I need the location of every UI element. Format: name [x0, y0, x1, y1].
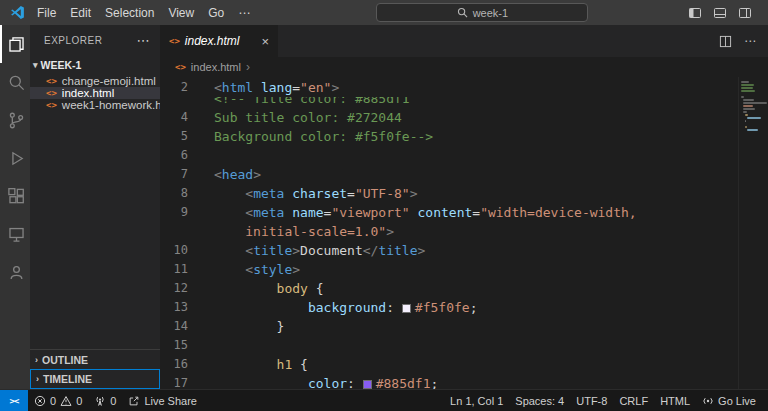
code-line[interactable]: 11<style> [160, 260, 738, 279]
code-line[interactable]: 9<meta name="viewport" content="width=de… [160, 203, 738, 222]
menu-selection[interactable]: Selection [98, 6, 161, 20]
minimap-line [745, 120, 746, 122]
menu-view[interactable]: View [161, 6, 201, 20]
ports-status[interactable]: 0 [88, 390, 122, 411]
line-content: <html lang="en"> [204, 78, 339, 97]
file-item-index.html[interactable]: <>index.html [30, 87, 160, 99]
menu-more[interactable]: ⋯ [231, 6, 257, 20]
breadcrumbs[interactable]: <> index.html › [160, 57, 768, 77]
line-number: 9 [160, 203, 204, 222]
cursor-position[interactable]: Ln 1, Col 1 [444, 390, 509, 411]
token [253, 80, 261, 95]
activity-item-extensions[interactable] [0, 177, 30, 215]
line-content: <style> [204, 260, 300, 279]
menu-go[interactable]: Go [201, 6, 231, 20]
editor-more-actions-icon[interactable]: ⋯ [744, 34, 756, 48]
code-line[interactable]: 15 [160, 336, 738, 355]
minimap[interactable] [738, 77, 768, 389]
title-bar: FileEditSelectionViewGo⋯ week-1 [0, 0, 768, 25]
token: > [386, 224, 394, 239]
code-line[interactable]: 14} [160, 317, 738, 336]
go-live-button[interactable]: Go Live [696, 390, 762, 411]
token: > [410, 186, 418, 201]
code-line[interactable]: 8<meta charset="UTF-8"> [160, 184, 738, 203]
color-swatch[interactable] [402, 304, 411, 313]
color-swatch[interactable] [363, 380, 372, 389]
file-item-change-emoji.html[interactable]: <>change-emoji.html [30, 75, 160, 87]
activity-item-remote-explorer[interactable] [0, 215, 30, 253]
code-line[interactable]: 13background: #f5f0fe; [160, 298, 738, 317]
token: > [418, 243, 426, 258]
panel-timeline[interactable]: ›TIMELINE [30, 369, 160, 389]
chevron-right-icon: › [36, 374, 39, 384]
code-line[interactable]: 10<title>Document</title> [160, 241, 738, 260]
file-list: <>change-emoji.html<>index.html<>week1-h… [30, 75, 160, 111]
token: : [386, 300, 402, 315]
activity-item-explorer[interactable] [0, 25, 30, 63]
code-line[interactable]: initial-scale=1.0"> [160, 222, 738, 241]
activity-item-account[interactable] [0, 253, 30, 291]
code-line[interactable]: 7<head> [160, 165, 738, 184]
code-editor: 2<html lang="en">3<!-- Title color: #885… [160, 77, 768, 389]
breadcrumb-item-file[interactable]: index.html [191, 61, 241, 73]
token: > [331, 80, 339, 95]
activity-item-run-debug[interactable] [0, 139, 30, 177]
minimap-line [745, 126, 747, 128]
warning-count: 0 [76, 395, 82, 407]
file-item-week1-homework.html[interactable]: <>week1-homework.html [30, 99, 160, 111]
code-line[interactable]: 4Sub title color: #272044 [160, 108, 738, 127]
code-line[interactable]: 3<!-- Title color: #885df1 [160, 97, 738, 108]
problems-status[interactable]: 0 0 [28, 390, 88, 411]
minimap-line [741, 84, 754, 86]
explorer-title: EXPLORER [44, 35, 102, 46]
token: "en" [300, 80, 331, 95]
token: { [292, 357, 308, 372]
token: "viewport" [331, 205, 409, 220]
explorer-more-icon[interactable]: ⋯ [137, 33, 151, 48]
tab-index-html[interactable]: <> index.html × [160, 25, 278, 57]
html-file-icon: <> [169, 36, 180, 46]
search-icon [457, 7, 468, 18]
section-label: WEEK-1 [41, 59, 82, 71]
html-file-icon: <> [46, 76, 57, 86]
layout-sidebar-left-icon[interactable] [688, 6, 702, 20]
panel-outline[interactable]: ›OUTLINE [30, 349, 160, 369]
code-line[interactable]: 5Background color: #f5f0fe--> [160, 127, 738, 146]
explorer-header: EXPLORER ⋯ [30, 25, 160, 55]
minimap-line [741, 90, 755, 92]
chevron-right-icon: › [246, 60, 250, 74]
split-editor-icon[interactable] [719, 35, 732, 48]
line-number: 8 [160, 184, 204, 203]
layout-sidebar-right-icon[interactable] [738, 6, 752, 20]
explorer-section-week1[interactable]: ▾ WEEK-1 [30, 55, 160, 75]
tab-bar: <> index.html × ⋯ [160, 25, 768, 57]
line-content: <!-- Title color: #885df1 [204, 97, 410, 108]
line-number: 6 [160, 146, 204, 165]
source-control-icon [7, 111, 26, 130]
close-tab-icon[interactable]: × [261, 34, 269, 49]
minimap-line [743, 108, 755, 110]
activity-item-source-control[interactable] [0, 101, 30, 139]
code-line[interactable]: 16h1 { [160, 355, 738, 374]
indentation-status[interactable]: Spaces: 4 [509, 390, 570, 411]
line-number: 17 [160, 374, 204, 389]
remote-indicator[interactable]: >< [0, 390, 28, 411]
token: meta [253, 186, 284, 201]
html-file-icon: <> [46, 88, 57, 98]
language-mode[interactable]: HTML [654, 390, 696, 411]
file-name: week1-homework.html [62, 99, 160, 111]
menu-edit[interactable]: Edit [63, 6, 98, 20]
eol-status[interactable]: CRLF [613, 390, 654, 411]
code-line[interactable]: 2<html lang="en"> [160, 78, 738, 97]
code-line[interactable]: 6 [160, 146, 738, 165]
code-line[interactable]: 12body { [160, 279, 738, 298]
vscode-logo-icon[interactable] [10, 5, 25, 20]
layout-panel-icon[interactable] [713, 6, 727, 20]
menu-file[interactable]: File [30, 6, 63, 20]
live-share-button[interactable]: Live Share [122, 390, 203, 411]
search-box[interactable]: week-1 [376, 3, 588, 22]
code-line[interactable]: 17color: #885df1; [160, 374, 738, 389]
activity-item-search[interactable] [0, 63, 30, 101]
encoding-status[interactable]: UTF-8 [570, 390, 613, 411]
line-content: background: #f5f0fe; [204, 298, 477, 317]
